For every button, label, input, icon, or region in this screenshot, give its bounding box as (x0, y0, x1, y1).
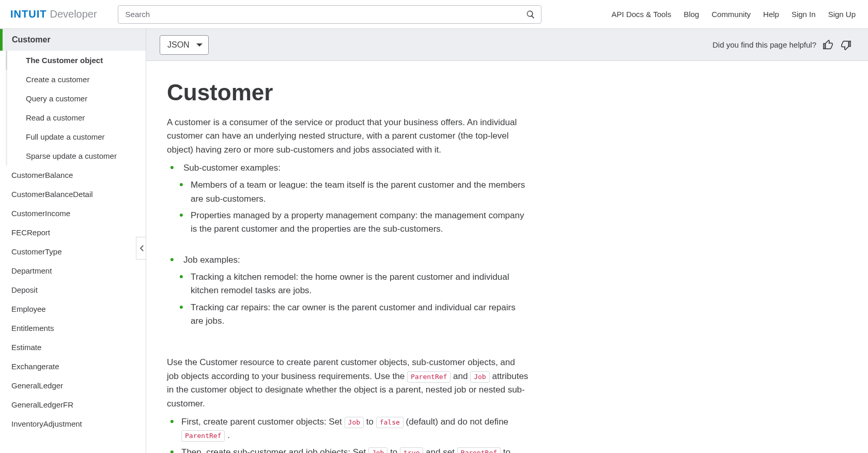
format-select-value: JSON (167, 40, 190, 50)
subcustomer-bullet-2: Properties managed by a property managem… (189, 207, 529, 238)
thumbs-up-icon[interactable] (823, 39, 834, 51)
search-wrap (118, 5, 541, 24)
job-examples: Job examples: Tracking a kitchen remodel… (179, 252, 529, 344)
sidebar[interactable]: Customer The Customer object Create a cu… (0, 29, 146, 453)
chip-parentref-3: ParentRef (457, 447, 501, 453)
sidebar-item-entitlements[interactable]: Entitlements (0, 319, 146, 338)
step-1a: First, create parent customer objects: S… (181, 417, 345, 427)
step-2c: and set (426, 447, 457, 453)
search-input[interactable] (118, 5, 541, 24)
step-1d: . (227, 430, 230, 440)
step-1: First, create parent customer objects: S… (179, 414, 529, 444)
intro-paragraph: A customer is a consumer of the service … (167, 116, 529, 157)
sidebar-item-customerbalance[interactable]: CustomerBalance (0, 165, 146, 185)
sidebar-item-exchangerate[interactable]: Exchangerate (0, 357, 146, 376)
chip-parentref: ParentRef (407, 371, 451, 383)
subcustomer-examples: Sub-customer examples: Members of a team… (179, 160, 529, 252)
sidebar-item-generalledger[interactable]: GeneralLedger (0, 376, 146, 395)
step-2: Then, create sub-customer and job object… (179, 444, 529, 453)
thumbs-down-icon[interactable] (840, 39, 851, 51)
sidebar-sub-read-a-customer[interactable]: Read a customer (6, 108, 146, 127)
nav-links: API Docs & Tools Blog Community Help Sig… (612, 10, 856, 19)
sidebar-subsection: The Customer object Create a customer Qu… (0, 51, 146, 165)
subcustomer-bullet-1: Members of a team or league: the team it… (189, 177, 529, 207)
nav-sign-up[interactable]: Sign Up (828, 10, 856, 19)
logo[interactable]: INTUIT Developer (10, 8, 97, 20)
sidebar-item-customerbalancedetail[interactable]: CustomerBalanceDetail (0, 185, 146, 204)
format-select[interactable]: JSON (160, 35, 209, 55)
chevron-left-icon (140, 245, 144, 251)
sidebar-item-customertype[interactable]: CustomerType (0, 242, 146, 261)
chip-false: false (376, 417, 404, 428)
logo-brand: INTUIT (10, 8, 47, 20)
job-bullet-2: Tracking car repairs: the car owner is t… (189, 299, 529, 330)
chevron-down-icon (196, 41, 203, 49)
sidebar-item-generalledgerfr[interactable]: GeneralLedgerFR (0, 395, 146, 414)
chip-job-2: Job (345, 417, 364, 428)
header: INTUIT Developer API Docs & Tools Blog C… (0, 0, 868, 29)
sidebar-item-deposit[interactable]: Deposit (0, 280, 146, 299)
chip-job: Job (470, 371, 489, 383)
nav-sign-in[interactable]: Sign In (792, 10, 816, 19)
usage-text-2: and (453, 371, 470, 381)
nav-community[interactable]: Community (711, 10, 751, 19)
search-icon[interactable] (526, 10, 535, 19)
logo-suffix: Developer (50, 8, 97, 20)
page-title: Customer (167, 80, 529, 105)
sidebar-sub-full-update-a-customer[interactable]: Full update a customer (6, 127, 146, 146)
examples-list: Sub-customer examples: Members of a team… (167, 160, 529, 343)
sidebar-item-estimate[interactable]: Estimate (0, 338, 146, 357)
nav-blog[interactable]: Blog (684, 10, 699, 19)
toolbar: JSON Did you find this page helpful? (146, 29, 868, 61)
steps-list: First, create parent customer objects: S… (167, 414, 529, 453)
sidebar-item-inventoryadjustment[interactable]: InventoryAdjustment (0, 414, 146, 433)
nav-help[interactable]: Help (763, 10, 779, 19)
sidebar-sub-query-a-customer[interactable]: Query a customer (6, 89, 146, 108)
chip-true: true (400, 447, 423, 453)
sidebar-item-employee[interactable]: Employee (0, 299, 146, 319)
feedback-prompt: Did you find this page helpful? (712, 40, 816, 49)
step-2a: Then, create sub-customer and job object… (181, 447, 368, 453)
job-bullet-1: Tracking a kitchen remodel: the home own… (189, 269, 529, 299)
sidebar-sub-sparse-update-a-customer[interactable]: Sparse update a customer (6, 146, 146, 165)
sidebar-sub-the-customer-object[interactable]: The Customer object (6, 51, 146, 70)
chip-parentref-2: ParentRef (181, 430, 225, 442)
subcustomer-bullets: Members of a team or league: the team it… (181, 177, 529, 237)
sidebar-item-customerincome[interactable]: CustomerIncome (0, 204, 146, 223)
sidebar-section-customer[interactable]: Customer (0, 29, 146, 51)
content: Customer A customer is a consumer of the… (146, 61, 529, 453)
sidebar-sub-create-a-customer[interactable]: Create a customer (6, 70, 146, 89)
step-1c: (default) and do not define (406, 417, 508, 427)
feedback: Did you find this page helpful? (712, 39, 851, 51)
usage-paragraph: Use the Customer resource to create pare… (167, 356, 529, 410)
step-1b: to (366, 417, 376, 427)
chip-job-3: Job (368, 447, 388, 453)
nav-api-docs[interactable]: API Docs & Tools (612, 10, 672, 19)
job-bullets: Tracking a kitchen remodel: the home own… (181, 269, 529, 329)
job-label: Job examples: (181, 253, 529, 267)
subcustomer-label: Sub-customer examples: (181, 161, 529, 175)
sidebar-item-fecreport[interactable]: FECReport (0, 223, 146, 242)
main: JSON Did you find this page helpful? Cus… (146, 29, 868, 453)
step-2b: to (390, 447, 400, 453)
sidebar-collapse-button[interactable] (136, 237, 146, 260)
sidebar-item-department[interactable]: Department (0, 261, 146, 280)
